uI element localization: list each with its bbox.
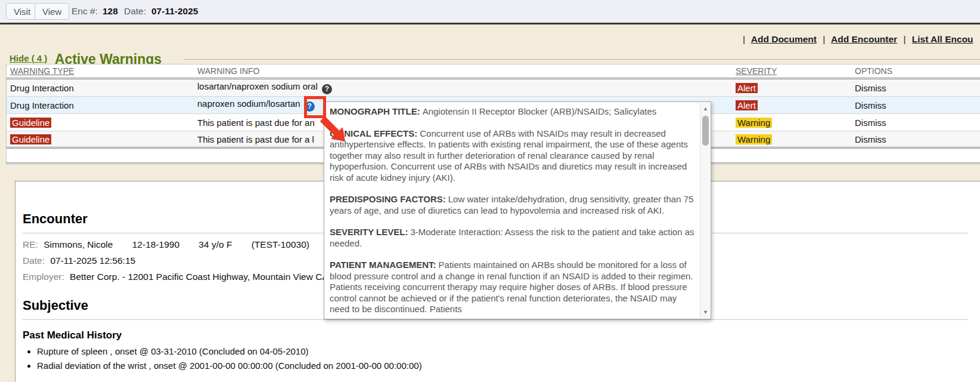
patient-management-label: PATIENT MANAGEMENT: [330, 260, 436, 270]
past-medical-history-list: Rupture of spleen , onset @ 03-31-2010 (… [37, 346, 968, 371]
severity-badge-alert: Alert [736, 100, 758, 110]
drug-monograph-help-icon[interactable]: ? [322, 84, 332, 94]
warning-info: This patient is past due for an [197, 118, 315, 128]
drug-monograph-help-icon[interactable]: ? [305, 101, 315, 112]
patient-age-sex: 34 y/o F [199, 239, 232, 249]
drug-monograph-popup: MONOGRAPH TITLE:Angiotensin II Receptor … [324, 101, 711, 319]
severity-badge-warning: Warning [736, 134, 772, 144]
column-options: OPTIONS [855, 66, 892, 76]
re-label: RE: [23, 239, 38, 249]
scroll-up-icon[interactable]: ▲ [700, 104, 711, 113]
history-item: Rupture of spleen , onset @ 03-31-2010 (… [37, 346, 968, 356]
warning-info: losartan/naproxen sodium oral [197, 81, 318, 91]
encounter-number-label: Enc #: [72, 6, 98, 17]
severity-level-label: SEVERITY LEVEL: [330, 227, 408, 237]
section-divider [23, 319, 968, 320]
view-button[interactable]: View [35, 3, 69, 20]
toolbar-divider [0, 23, 980, 24]
patient-dob: 12-18-1990 [132, 239, 179, 249]
warning-type: Drug Interaction [10, 100, 74, 110]
scroll-down-icon[interactable]: ▼ [700, 307, 711, 317]
patient-id: (TEST-10030) [252, 239, 309, 249]
patient-name: Simmons, Nicole [44, 239, 113, 249]
clinical-effects-label: CLINICAL EFFECTS: [330, 128, 417, 138]
dismiss-link[interactable]: Dismiss [855, 134, 886, 144]
employer-value: Better Corp. - 12001 Pacific Coast Highw… [70, 272, 328, 282]
warning-row-drug-interaction-1: Drug Interaction losartan/naproxen sodiu… [7, 79, 980, 97]
encounter-datetime: 07-11-2025 12:56:15 [50, 255, 135, 266]
monograph-title-text: Angiotensin II Receptor Blocker (ARB)/NS… [423, 106, 657, 116]
employer-label: Employer: [23, 272, 64, 282]
add-encounter-link[interactable]: Add Encounter [831, 34, 897, 44]
popup-scrollbar[interactable]: ▲ ▼ [700, 103, 710, 318]
scrollbar-thumb[interactable] [702, 116, 709, 146]
column-severity[interactable]: SEVERITY [736, 66, 777, 76]
header-quick-links: | Add Document | Add Encounter | List Al… [739, 34, 973, 45]
severity-badge-warning: Warning [736, 118, 772, 128]
severity-badge-alert: Alert [736, 83, 758, 93]
column-warning-type[interactable]: WARNING TYPE [10, 66, 74, 76]
encounter-date-value: 07-11-2025 [151, 6, 198, 17]
link-separator: | [743, 34, 745, 44]
dismiss-link[interactable]: Dismiss [855, 83, 886, 93]
link-separator: | [823, 34, 825, 44]
warning-type-badge-guideline: Guideline [10, 134, 51, 144]
link-separator: | [903, 34, 905, 44]
active-warnings-rule [184, 59, 980, 60]
past-medical-history-title: Past Medical History [23, 329, 968, 341]
warnings-table-header: WARNING TYPE WARNING INFO SEVERITY OPTIO… [7, 64, 980, 79]
top-toolbar: Visit View Enc #: 128 Date: 07-11-2025 [0, 0, 980, 23]
hide-warnings-link[interactable]: Hide ( 4 ) [10, 53, 47, 63]
warning-info: This patient is past due for a l [197, 134, 314, 144]
add-document-link[interactable]: Add Document [751, 34, 817, 44]
predisposing-factors-label: PREDISPOSING FACTORS: [330, 194, 446, 204]
dismiss-link[interactable]: Dismiss [855, 118, 886, 128]
warning-type-badge-guideline: Guideline [10, 118, 51, 128]
monograph-title-label: MONOGRAPH TITLE: [330, 106, 420, 116]
history-item: Radial deviation of the wrist , onset @ … [37, 361, 968, 371]
list-all-encounters-link[interactable]: List All Encou [912, 34, 973, 44]
warning-info: naproxen sodium/losartan [197, 98, 300, 109]
encounter-number-value: 128 [103, 6, 118, 17]
visit-button[interactable]: Visit [6, 3, 38, 20]
date-label: Date: [23, 255, 45, 266]
column-warning-info: WARNING INFO [197, 66, 259, 76]
dismiss-link[interactable]: Dismiss [855, 100, 886, 110]
monograph-text: MONOGRAPH TITLE:Angiotensin II Receptor … [324, 102, 699, 319]
encounter-date-label: Date: [124, 6, 146, 17]
warning-type: Drug Interaction [10, 83, 74, 93]
